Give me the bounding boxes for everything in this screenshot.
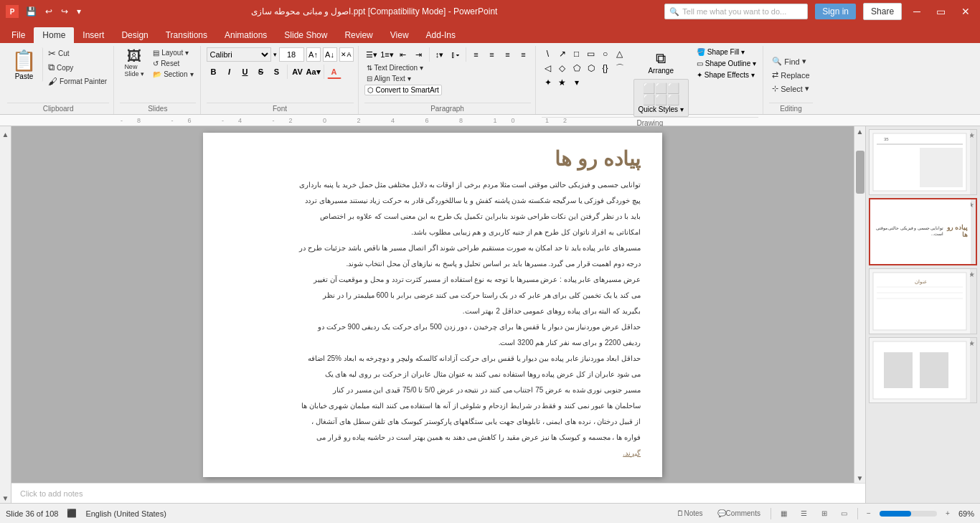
zoom-out-button[interactable]: − <box>864 509 874 519</box>
sign-in-button[interactable]: Sign in <box>815 4 856 19</box>
italic-button[interactable]: I <box>222 65 237 79</box>
notes-button[interactable]: 🗒 Notes <box>672 509 707 519</box>
thumbnail-36[interactable]: 36★پیاده رو هاتوانایی جسمی و فیزیکی حالت… <box>869 198 977 265</box>
replace-button[interactable]: ⇄ Replace <box>769 70 812 80</box>
decrease-indent-button[interactable]: ⇤ <box>396 47 410 62</box>
shape-curly[interactable]: ⌒ <box>613 62 626 75</box>
font-size-input[interactable] <box>279 47 304 62</box>
shape-diamond[interactable]: ◇ <box>556 62 569 75</box>
thumbnail-38[interactable]: 38★ <box>869 337 977 403</box>
format-painter-button[interactable]: 🖌 Format Painter <box>46 75 109 88</box>
center-button[interactable]: ≡ <box>485 47 499 62</box>
shape-star5[interactable]: ★ <box>556 76 569 89</box>
tab-review[interactable]: Review <box>336 27 381 43</box>
shape-rtri[interactable]: ◁ <box>542 62 555 75</box>
shape-roundrect[interactable]: ▭ <box>585 47 598 60</box>
slide-canvas[interactable]: پیاده رو ها توانایی جسمی و فیزیکی حالتی … <box>203 133 662 477</box>
text-direction-button[interactable]: ⇅ Text Direction ▾ <box>364 63 426 72</box>
layout-button[interactable]: ▤ Layout ▾ <box>151 48 195 57</box>
bullets-button[interactable]: ☰▾ <box>364 47 379 62</box>
view-outline-button[interactable]: ☰ <box>797 509 811 519</box>
bold-button[interactable]: B <box>207 65 221 79</box>
tab-view[interactable]: View <box>382 27 418 43</box>
line-spacing-button[interactable]: ↕▾ <box>433 47 447 62</box>
scroll-down-button[interactable]: ▼ <box>1 493 11 503</box>
vscroll-up[interactable]: ▲ <box>855 126 865 136</box>
thumbnail-35[interactable]: 35★35 <box>869 129 977 195</box>
shape-hex[interactable]: ⬡ <box>585 62 598 75</box>
customize-qa-button[interactable]: ▾ <box>74 5 84 18</box>
redo-button[interactable]: ↪ <box>58 5 71 18</box>
cut-button[interactable]: ✂ Cut <box>46 47 109 60</box>
align-text-button[interactable]: ⊟ Align Text ▾ <box>364 74 413 83</box>
tab-slideshow[interactable]: Slide Show <box>275 27 336 43</box>
font-name-select[interactable]: Calibri <box>207 47 271 62</box>
shape-oval[interactable]: ○ <box>599 47 612 60</box>
tab-insert[interactable]: Insert <box>74 27 113 43</box>
columns-button[interactable]: ⫿▾ <box>448 47 463 62</box>
tab-design[interactable]: Design <box>113 27 156 43</box>
shape-effects-button[interactable]: ✦ Shape Effects ▾ <box>694 70 758 80</box>
scroll-up-button[interactable]: ▲ <box>1 129 11 139</box>
close-button[interactable]: ✕ <box>957 4 974 19</box>
thumbnail-37[interactable]: 37★عنوان <box>869 268 977 334</box>
shape-fill-button[interactable]: 🪣 Shape Fill ▾ <box>694 47 758 57</box>
shape-tri[interactable]: △ <box>613 47 626 60</box>
justify-button[interactable]: ≡ <box>517 47 531 62</box>
align-right-button[interactable]: ≡ <box>501 47 515 62</box>
new-slide-button[interactable]: 🖼 NewSlide ▾ <box>120 47 149 79</box>
tab-home[interactable]: Home <box>34 27 74 43</box>
shape-more[interactable]: ▾ <box>570 76 583 89</box>
change-case-button[interactable]: Aa▾ <box>306 65 321 79</box>
copy-button[interactable]: ⧉ Copy <box>46 61 109 74</box>
char-spacing-button[interactable]: AV <box>291 65 305 79</box>
paste-button[interactable]: 📋 Paste <box>7 47 43 82</box>
reset-button[interactable]: ↺ Reset <box>151 59 195 68</box>
vscroll-thumb[interactable] <box>856 151 864 194</box>
shape-arrow[interactable]: ↗ <box>556 47 569 60</box>
quick-styles-button[interactable]: ⬜⬜⬜⬜⬜⬜ Quick Styles ▾ <box>633 79 689 117</box>
arrange-button[interactable]: ⧉ Arrange <box>633 47 689 77</box>
tab-addins[interactable]: Add-Ins <box>418 27 464 43</box>
tab-transitions[interactable]: Transitions <box>157 27 216 43</box>
strikethrough-button[interactable]: S <box>254 65 268 79</box>
restore-button[interactable]: ▭ <box>932 4 950 19</box>
underline-button[interactable]: U <box>238 65 253 79</box>
view-normal-button[interactable]: ▦ <box>777 509 791 519</box>
comments-button[interactable]: 💬 Comments <box>713 509 765 519</box>
slide-panel[interactable]: پیاده رو ها توانایی جسمی و فیزیکی حالتی … <box>11 126 854 483</box>
shape-outline-button[interactable]: ▭ Shape Outline ▾ <box>694 59 758 68</box>
shape-line[interactable]: \ <box>542 47 555 60</box>
view-reading-button[interactable]: ▭ <box>837 509 852 519</box>
shadow-button[interactable]: S <box>270 65 284 79</box>
shape-pent[interactable]: ⬠ <box>570 62 583 75</box>
view-sorter-button[interactable]: ⊞ <box>817 509 831 519</box>
convert-smartart-button[interactable]: ⬡ Convert to SmartArt <box>364 85 442 95</box>
save-button[interactable]: 💾 <box>23 5 39 18</box>
section-button[interactable]: 📂 Section ▾ <box>151 70 195 79</box>
align-left-button[interactable]: ≡ <box>469 47 484 62</box>
minimize-button[interactable]: ─ <box>909 4 925 19</box>
select-button[interactable]: ⊹ Select ▾ <box>769 83 812 94</box>
shape-brace[interactable]: {} <box>599 62 612 75</box>
note-bar[interactable]: Click to add notes <box>11 483 865 503</box>
numbering-button[interactable]: 1≡▾ <box>380 47 395 62</box>
decrease-font-button[interactable]: A↓ <box>323 47 337 62</box>
increase-indent-button[interactable]: ⇥ <box>412 47 426 62</box>
shape-star4[interactable]: ✦ <box>542 76 555 89</box>
tell-me-box[interactable]: 🔍 Tell me what you want to do... <box>664 4 808 19</box>
undo-button[interactable]: ↩ <box>42 5 55 18</box>
increase-font-button[interactable]: A↑ <box>306 47 321 62</box>
share-button[interactable]: Share <box>863 3 902 20</box>
tab-animations[interactable]: Animations <box>216 27 275 43</box>
font-color-button[interactable]: A <box>327 65 341 79</box>
zoom-in-button[interactable]: + <box>943 509 953 519</box>
vscroll-down[interactable]: ▼ <box>855 473 865 483</box>
shape-rect[interactable]: □ <box>570 47 583 60</box>
vertical-scrollbar[interactable]: ▲ ▼ <box>854 126 865 483</box>
tab-file[interactable]: File <box>3 27 34 43</box>
slide-with-scroll: پیاده رو ها توانایی جسمی و فیزیکی حالتی … <box>11 126 865 483</box>
clear-format-button[interactable]: ✕A <box>339 47 354 62</box>
find-button[interactable]: 🔍 Find ▾ <box>769 56 809 67</box>
zoom-slider[interactable] <box>880 511 937 517</box>
